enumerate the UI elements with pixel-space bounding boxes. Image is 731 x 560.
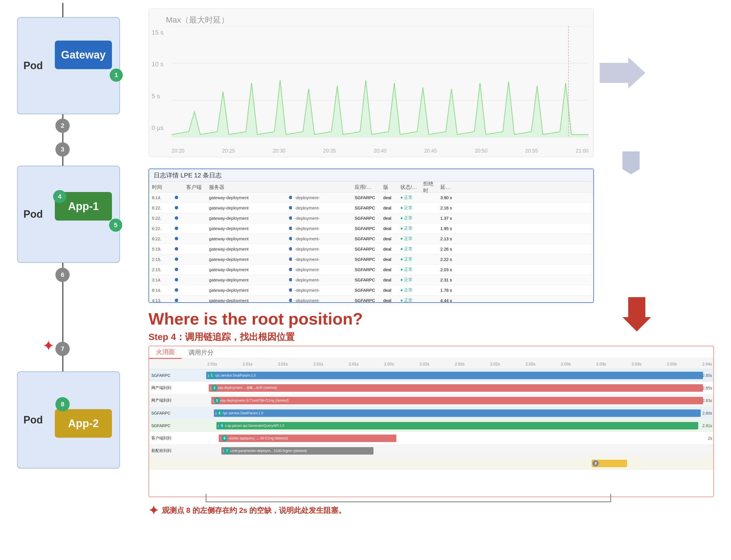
x-label-2040: 20:40 [373,148,386,154]
table-rows-container: 8:14. gateway-deployment -deployment- SG… [149,193,593,303]
flame-row: 新配前到到 ncbo-cret-paramenter-deploym... 51… [149,445,713,457]
pod-box-3: Pod App-2 [17,371,120,469]
circle-node-7: 7 [55,342,70,356]
circle-node-3: 3 [55,142,70,157]
step4-label: Step 4：调用链追踪，找出根因位置 [149,331,295,343]
table-row: 6:22. gateway-deployment -deployment- SG… [149,203,593,213]
svg-marker-6 [172,80,588,137]
table-header: 日志详情 LPE 12 条日志 [149,169,593,182]
x-label-2055: 20:55 [525,148,538,154]
flame-row: SGFARPC mobo.sp.param.api.GeneratorQuery… [149,419,713,432]
table-row: 8:14. gateway-deployment -deployment- SG… [149,285,593,295]
circle-node-8: 8 [55,397,70,411]
x-label-2050: 20:50 [474,148,487,154]
x-label-2025: 20:25 [222,148,235,154]
bottom-annotation: ✦ 观测点 8 的左侧存在约 2s 的空缺，说明此处发生阻塞。 [149,503,346,517]
root-question-heading: Where is the root position? [149,309,363,328]
x-label-2030: 20:30 [273,148,286,154]
table-row: 3:14. gateway-deployment -deployment- SG… [149,275,593,285]
y-label-10: 10 s [152,61,164,68]
chart-y-axis: 15 s 10 s 5 s 0 μs [152,29,164,132]
x-label-2045: 20:45 [424,148,437,154]
app2-node: App-2 [55,409,112,438]
arrow-down-to-table [622,151,640,175]
flame-row: 8 [149,457,713,470]
flame-rows-container: SGFARPC poin:rpc.service.DealParam:1.0 1… [149,369,713,497]
flame-row: SGFARPC poin:rpc.service.DealParam:1.0 1… [149,369,713,382]
flow-diagram: Pod Gateway 1 2 3 Pod App-1 4 5 6 7 ✦ 8 … [0,0,131,560]
gateway-node: Gateway [55,41,112,69]
flame-tabs: 火消面 调用片分 [149,346,713,359]
chart-area: Max（最大时延） 15 s 10 s 5 s 0 μs 20:20 20:25 [149,9,594,157]
table-row: 4:13. gateway-deployment -deployment- SG… [149,295,593,303]
flame-row: SGFARPC poin:rpc.service.DealParam:1.0 4… [149,407,713,419]
y-label-5: 5 s [152,93,164,100]
table-area: 日志详情 LPE 12 条日志 时间 客户端 服务器 应用/… 版 状态/… 拒… [149,169,594,303]
circle-node-5: 5 [109,219,122,232]
y-label-0: 0 μs [152,124,164,132]
pod3-label: Pod [23,414,43,426]
pod2-label: Pod [23,208,43,220]
pod-box-1: Pod Gateway 1 [17,17,120,114]
x-label-2020: 20:20 [172,148,185,154]
table-row: 5:22. gateway-deployment -deployment- SG… [149,213,593,223]
flame-tab-call[interactable]: 调用片分 [182,346,221,359]
chart-x-axis: 20:20 20:25 20:30 20:35 20:40 20:45 20:5… [172,148,588,154]
chart-title: Max（最大时延） [166,15,229,25]
svg-marker-8 [622,297,651,331]
top-connector-line [62,3,63,19]
circle-node-4: 4 [53,190,66,203]
table-row: 6:22. gateway-deployment -deployment- SG… [149,234,593,244]
pod1-label: Pod [23,60,43,72]
arrow-right-to-table [600,57,645,90]
pod-box-2: Pod App-1 4 5 [17,166,120,263]
circle-node-2: 2 [55,119,70,133]
svg-marker-0 [600,57,645,89]
circle-node-1: 1 [110,69,123,82]
table-row: 2:15. gateway-deployment -deployment- SG… [149,254,593,265]
table-row: 2:15. gateway-deployment -deployment- SG… [149,265,593,275]
flame-row: 网产端到到 gateway-deployment-2c71a44764-f11n… [149,394,713,407]
star-icon: ✦ [42,337,55,354]
flame-row: 网产端到到 gateway-deployment-...省略...dd4f (d… [149,382,713,394]
flame-tab-flame[interactable]: 火消面 [149,346,182,359]
y-label-15: 15 s [152,29,164,36]
svg-marker-1 [622,151,640,174]
circle-node-6: 6 [55,268,70,282]
table-row: 5:19. gateway-deployment -deployment- SG… [149,244,593,254]
flame-timeline: 2.01s 2.01s 2.01s 2.01s 2.01s 2.02s 2.02… [149,359,713,369]
table-row: 6:22. gateway-deployment -deployment- SG… [149,223,593,234]
x-label-2035: 20:35 [323,148,336,154]
chart-svg [172,26,588,137]
bracket [206,494,611,502]
table-col-headers: 时间 客户端 服务器 应用/… 版 状态/… 拒绝时 延… [149,182,593,193]
red-arrow-down [622,297,651,333]
right-panel: Max（最大时延） 15 s 10 s 5 s 0 μs 20:20 20:25 [137,0,725,560]
flame-chart-area: 火消面 调用片分 2.01s 2.01s 2.01s 2.01s 2.01s 2… [149,346,714,497]
x-label-2100: 21:00 [576,148,588,154]
flame-row: 客户端到到 ncbo-dubbo-appquery-..., dd-f11ng … [149,432,713,445]
star-annotation-icon: ✦ [149,503,159,517]
table-row: 8:14. gateway-deployment -deployment- SG… [149,193,593,203]
